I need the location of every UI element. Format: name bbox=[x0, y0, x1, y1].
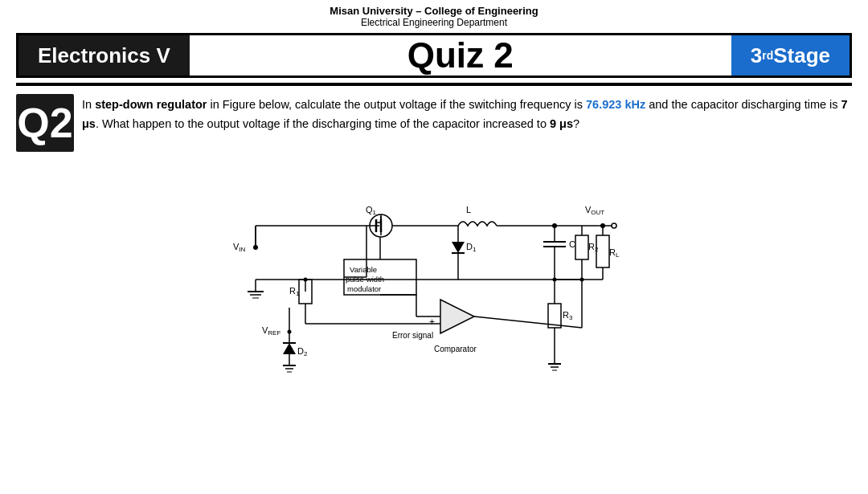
q1-label: Q1 bbox=[366, 205, 377, 216]
vout-terminal bbox=[612, 223, 616, 228]
comparator-plus: + bbox=[429, 316, 435, 328]
university-name: Misan University – College of Engineerin… bbox=[0, 5, 868, 17]
l-label: L bbox=[466, 205, 471, 214]
question-area: Q2 In step-down regulator in Figure belo… bbox=[0, 86, 868, 152]
discharge-time-2: 9 μs bbox=[550, 117, 573, 130]
d2-label: D2 bbox=[297, 346, 308, 357]
inductor-symbol bbox=[458, 222, 497, 226]
question-label: Q2 bbox=[16, 94, 74, 152]
rl-label: RL bbox=[609, 247, 620, 259]
course-title: Electronics V bbox=[18, 35, 190, 76]
circuit-diagram-area: VIN Q1 L VOUT bbox=[0, 155, 868, 383]
error-signal-label: Error signal bbox=[392, 331, 433, 340]
d1-label: D1 bbox=[466, 242, 477, 253]
vin-label: VIN bbox=[233, 242, 246, 253]
pwm-label-line3: modulator bbox=[347, 284, 381, 293]
d1-triangle bbox=[452, 242, 465, 253]
department-name: Electrical Engineering Department bbox=[0, 17, 868, 28]
pwm-label-line2: pulse-width bbox=[346, 275, 384, 284]
d2-triangle bbox=[283, 343, 296, 354]
r3-label: R3 bbox=[563, 310, 573, 321]
c-label: C bbox=[569, 239, 575, 249]
page-wrapper: Misan University – College of Engineerin… bbox=[0, 0, 868, 494]
vref-label: VREF bbox=[262, 325, 280, 337]
vout-label: VOUT bbox=[585, 205, 604, 216]
question-text: In step-down regulator in Figure below, … bbox=[82, 94, 852, 134]
quiz-title: Quiz 2 bbox=[190, 35, 731, 76]
term-step-down: step-down regulator bbox=[95, 98, 207, 111]
comparator-symbol bbox=[440, 300, 474, 333]
frequency-value: 76.923 kHz bbox=[586, 98, 645, 111]
comparator-label: Comparator bbox=[434, 345, 477, 353]
circuit-diagram: VIN Q1 L VOUT bbox=[209, 155, 659, 380]
r1-node bbox=[304, 278, 308, 282]
r1-label: R1 bbox=[289, 286, 300, 297]
r2-label: R2 bbox=[588, 242, 599, 253]
stage-label: 3rd Stage bbox=[731, 35, 850, 76]
r2-symbol bbox=[575, 235, 588, 259]
pwm-label-line1: Variable bbox=[350, 265, 377, 274]
header-section: Misan University – College of Engineerin… bbox=[0, 0, 868, 30]
title-bar: Electronics V Quiz 2 3rd Stage bbox=[16, 33, 852, 78]
